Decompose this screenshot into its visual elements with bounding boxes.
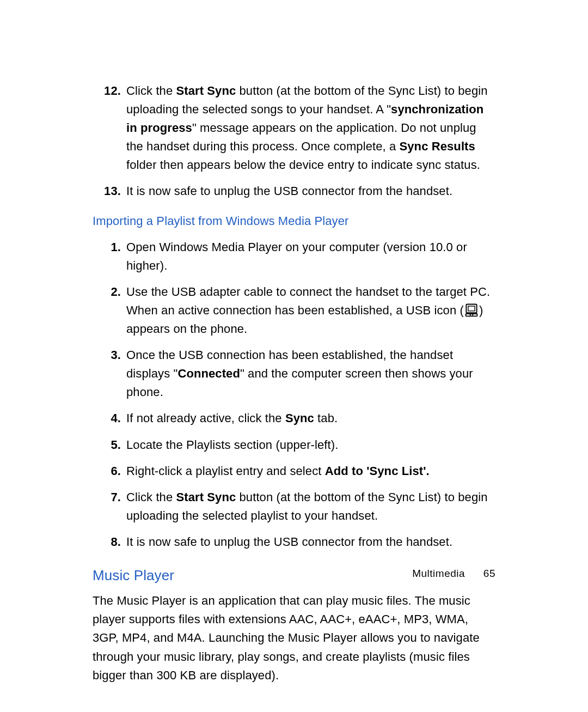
step-number: 3. <box>93 346 126 364</box>
step-body: It is now safe to unplug the USB connect… <box>126 182 495 200</box>
step-body: If not already active, click the Sync ta… <box>126 409 495 428</box>
step-number: 4. <box>93 409 126 428</box>
step-item: 1.Open Windows Media Player on your comp… <box>93 238 495 275</box>
step-item: 12.Click the Start Sync button (at the b… <box>93 82 495 174</box>
document-page: 12.Click the Start Sync button (at the b… <box>0 0 588 712</box>
text-run: Locate the Playlists section (upper-left… <box>126 438 338 452</box>
step-item: 8.It is now safe to unplug the USB conne… <box>93 533 495 551</box>
svg-rect-2 <box>465 314 477 316</box>
step-item: 4.If not already active, click the Sync … <box>93 409 495 428</box>
step-number: 1. <box>93 238 126 257</box>
page-footer: Multimedia 65 <box>412 565 495 581</box>
footer-section: Multimedia <box>412 568 465 579</box>
text-run: Open Windows Media Player on your comput… <box>126 240 467 272</box>
step-number: 7. <box>93 488 126 507</box>
bold-text: Sync <box>285 411 314 425</box>
step-body: Once the USB connection has been establi… <box>126 346 495 401</box>
text-run: Click the <box>126 84 176 98</box>
bold-text: Start Sync <box>176 490 236 504</box>
steps-list-b: 1.Open Windows Media Player on your comp… <box>93 238 495 551</box>
text-run: Right-click a playlist entry and select <box>126 464 325 478</box>
step-item: 6.Right-click a playlist entry and selec… <box>93 462 495 480</box>
text-run: Click the <box>126 490 176 504</box>
step-number: 13. <box>93 182 126 200</box>
text-run: It is now safe to unplug the USB connect… <box>126 184 452 198</box>
text-run: folder then appears below the device ent… <box>126 158 480 172</box>
step-body: Open Windows Media Player on your comput… <box>126 238 495 275</box>
step-number: 2. <box>93 283 126 301</box>
text-run: tab. <box>314 411 338 425</box>
paragraph-music-player: The Music Player is an application that … <box>93 592 495 684</box>
step-body: It is now safe to unplug the USB connect… <box>126 533 495 551</box>
step-number: 12. <box>93 82 126 100</box>
subheading-importing-playlist: Importing a Playlist from Windows Media … <box>93 212 495 230</box>
bold-text: Add to 'Sync List'. <box>325 464 430 478</box>
step-body: Right-click a playlist entry and select … <box>126 462 495 480</box>
bold-text: Connected <box>177 367 240 380</box>
step-item: 13.It is now safe to unplug the USB conn… <box>93 182 495 200</box>
text-run: Use the USB adapter cable to connect the… <box>126 285 490 317</box>
step-body: Locate the Playlists section (upper-left… <box>126 436 495 454</box>
svg-rect-1 <box>468 306 475 311</box>
step-number: 6. <box>93 462 126 480</box>
step-item: 5.Locate the Playlists section (upper-le… <box>93 436 495 454</box>
step-item: 3.Once the USB connection has been estab… <box>93 346 495 401</box>
step-body: Use the USB adapter cable to connect the… <box>126 283 495 338</box>
step-item: 7.Click the Start Sync button (at the bo… <box>93 488 495 525</box>
step-number: 8. <box>93 533 126 551</box>
text-run: If not already active, click the <box>126 411 285 425</box>
step-body: Click the Start Sync button (at the bott… <box>126 82 495 174</box>
usb-icon <box>464 302 479 318</box>
step-body: Click the Start Sync button (at the bott… <box>126 488 495 525</box>
svg-rect-3 <box>469 314 471 315</box>
bold-text: Sync Results <box>400 139 475 153</box>
step-number: 5. <box>93 436 126 454</box>
footer-page-number: 65 <box>483 568 495 579</box>
bold-text: Start Sync <box>176 84 236 98</box>
steps-list-a: 12.Click the Start Sync button (at the b… <box>93 82 495 201</box>
svg-rect-4 <box>472 314 474 315</box>
step-item: 2.Use the USB adapter cable to connect t… <box>93 283 495 338</box>
text-run: It is now safe to unplug the USB connect… <box>126 535 452 549</box>
